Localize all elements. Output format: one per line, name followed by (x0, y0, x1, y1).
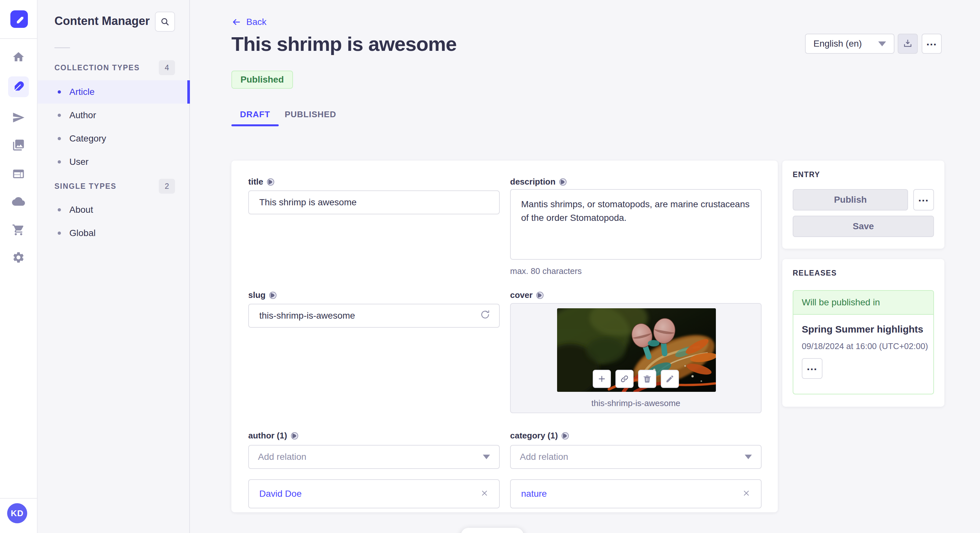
author-field-label: author (1) (248, 431, 299, 441)
releases-panel-heading: RELEASES (793, 269, 837, 278)
home-icon (12, 51, 25, 63)
relation-link[interactable]: David Doe (259, 489, 302, 499)
section-label-collection-types: COLLECTION TYPES (54, 63, 140, 72)
field-label-text: cover (510, 290, 533, 300)
chevron-down-icon (745, 455, 752, 459)
section-label-single-types: SINGLE TYPES (54, 182, 116, 191)
pencil-icon (665, 374, 675, 383)
page-title: This shrimp is awesome (231, 32, 457, 56)
bullet-icon (58, 208, 61, 211)
rail-divider (0, 38, 37, 39)
save-button[interactable]: Save (793, 216, 934, 237)
globe-icon (266, 178, 275, 186)
back-arrow-icon (231, 17, 241, 27)
release-more-actions-button[interactable]: … (802, 358, 822, 379)
release-title[interactable]: Spring Summer highlights (802, 324, 923, 335)
refresh-icon (480, 309, 491, 320)
media-library-icon (12, 139, 25, 152)
remove-relation-button[interactable] (742, 489, 751, 499)
globe-icon (290, 431, 299, 440)
releases-panel: RELEASES Will be published in Spring Sum… (782, 259, 944, 407)
edit-media-button[interactable] (661, 370, 679, 388)
bullet-icon (58, 114, 61, 117)
subnav-title: Content Manager (54, 14, 150, 28)
cover-media-box: this-shrimp-is-awesome (510, 303, 762, 413)
collection-types-count-badge: 4 (159, 60, 175, 75)
relation-link[interactable]: nature (521, 489, 547, 499)
field-label-text: author (1) (248, 431, 287, 441)
export-button[interactable] (898, 34, 918, 54)
category-field-label: category (1) (510, 431, 570, 441)
category-relation-combobox[interactable]: Add relation (510, 445, 762, 469)
strapi-logo[interactable] (10, 10, 28, 28)
category-relation-item: nature (510, 479, 762, 508)
release-card: Will be published in Spring Summer highl… (793, 290, 934, 394)
sidebar-item-category[interactable]: Category (38, 127, 190, 150)
globe-icon (269, 291, 277, 300)
language-select-value: English (en) (813, 38, 862, 49)
field-label-text: description (510, 177, 555, 187)
tab-published[interactable]: PUBLISHED (288, 107, 332, 122)
entry-more-actions-button[interactable]: … (913, 189, 934, 211)
sidebar-item-global[interactable]: Global (38, 222, 190, 245)
sidebar-item-about[interactable]: About (38, 198, 190, 222)
bullet-icon (58, 137, 61, 140)
description-textarea[interactable]: Mantis shrimps, or stomatopods, are mari… (510, 189, 762, 260)
cover-actions-toolbar (593, 370, 679, 388)
author-relation-item: David Doe (248, 479, 500, 508)
cover-filename: this-shrimp-is-awesome (511, 398, 761, 408)
globe-icon (561, 431, 570, 440)
field-label-text: slug (248, 290, 266, 300)
back-label: Back (246, 17, 266, 27)
remove-relation-button[interactable] (480, 489, 489, 499)
chevron-down-icon (878, 41, 886, 46)
cloud-icon (12, 195, 25, 208)
sidebar-item-releases[interactable] (8, 107, 29, 128)
back-link[interactable]: Back (231, 17, 266, 27)
release-datetime: 09/18/2024 at 16:00 (UTC+02:00) (802, 341, 928, 351)
download-icon (903, 39, 913, 49)
sidebar-item-content-type-builder[interactable] (8, 163, 29, 184)
publish-button[interactable]: Publish (793, 189, 908, 211)
more-horizontal-icon: … (926, 38, 937, 45)
author-relation-combobox[interactable]: Add relation (248, 445, 500, 469)
sidebar-item-user[interactable]: User (38, 150, 190, 174)
regenerate-slug-button[interactable] (480, 309, 491, 322)
sidebar-item-author[interactable]: Author (38, 104, 190, 127)
entry-panel-heading: ENTRY (793, 170, 820, 179)
copy-link-button[interactable] (616, 370, 633, 388)
sidebar-item-label: User (69, 157, 89, 167)
delete-media-button[interactable] (638, 370, 656, 388)
sidebar-item-settings[interactable] (8, 247, 29, 268)
chevron-down-icon (483, 455, 490, 459)
language-select[interactable]: English (en) (805, 34, 894, 54)
subnav-divider (54, 47, 70, 48)
sidebar-item-media-library[interactable] (8, 135, 29, 155)
avatar[interactable]: KD (7, 503, 27, 523)
content-manager-subnav: Content Manager COLLECTION TYPES 4 Artic… (38, 0, 190, 533)
strapi-logo-icon (14, 14, 25, 25)
slug-input[interactable]: this-shrimp-is-awesome (248, 304, 500, 328)
trash-icon (643, 374, 652, 383)
status-badge: Published (231, 71, 293, 89)
more-actions-button[interactable]: … (922, 34, 942, 54)
slug-value: this-shrimp-is-awesome (259, 311, 355, 321)
title-input[interactable]: This shrimp is awesome (248, 190, 500, 214)
floating-action-pill[interactable] (461, 528, 524, 533)
sidebar-item-article[interactable]: Article (38, 80, 190, 104)
sidebar-item-home[interactable] (8, 47, 29, 67)
globe-icon (536, 291, 544, 300)
close-icon (480, 489, 489, 497)
sidebar-item-content-manager[interactable] (8, 76, 29, 97)
cart-icon (12, 224, 25, 236)
nav-rail: KD (0, 0, 38, 533)
more-horizontal-icon: … (918, 194, 929, 201)
search-icon (160, 17, 170, 27)
sidebar-item-marketplace[interactable] (8, 219, 29, 240)
tab-draft[interactable]: DRAFT (231, 107, 279, 122)
field-label-text: category (1) (510, 431, 558, 441)
single-types-count-badge: 2 (159, 179, 175, 194)
search-button[interactable] (155, 12, 175, 32)
sidebar-item-deploy[interactable] (8, 191, 29, 212)
add-media-button[interactable] (593, 370, 611, 388)
